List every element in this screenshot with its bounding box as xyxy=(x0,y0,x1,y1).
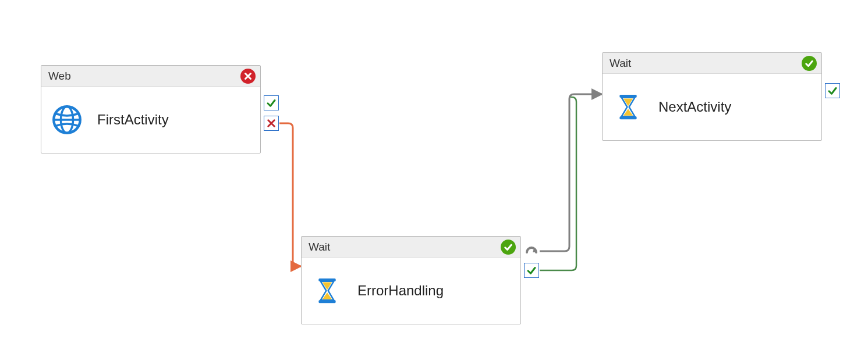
activity-name-label: NextActivity xyxy=(658,99,731,115)
activity-name-label: FirstActivity xyxy=(97,112,169,128)
connector-first-to-errorhandling xyxy=(279,123,301,266)
node-body: ErrorHandling xyxy=(302,258,520,324)
globe-icon xyxy=(51,103,83,136)
activity-node-first[interactable]: Web FirstActivity xyxy=(41,65,261,153)
node-type-label: Wait xyxy=(610,57,631,70)
activity-name-label: ErrorHandling xyxy=(357,283,444,299)
output-port-success[interactable] xyxy=(264,95,279,110)
status-success-icon xyxy=(802,56,817,71)
output-port-success[interactable] xyxy=(524,263,539,278)
connector-eh-success-to-next xyxy=(540,97,576,270)
status-error-icon xyxy=(240,69,256,84)
node-header: Wait xyxy=(302,237,520,258)
node-body: NextActivity xyxy=(603,74,821,140)
node-type-label: Wait xyxy=(309,241,330,253)
status-success-icon xyxy=(501,240,516,255)
node-header: Web xyxy=(41,66,260,87)
node-header: Wait xyxy=(603,53,821,74)
activity-node-errorhandling[interactable]: Wait ErrorHandling xyxy=(301,236,521,324)
connector-eh-completion-to-next xyxy=(540,94,602,251)
hourglass-icon xyxy=(612,91,644,123)
hourglass-icon xyxy=(311,274,343,307)
output-port-failure[interactable] xyxy=(264,116,279,131)
node-type-label: Web xyxy=(48,70,71,83)
activity-node-next[interactable]: Wait NextActivity xyxy=(602,52,822,141)
output-port-success[interactable] xyxy=(825,83,840,98)
output-port-completion[interactable] xyxy=(524,244,539,259)
node-body: FirstActivity xyxy=(41,87,260,153)
pipeline-canvas[interactable]: Web FirstActivity Wait xyxy=(0,0,868,350)
